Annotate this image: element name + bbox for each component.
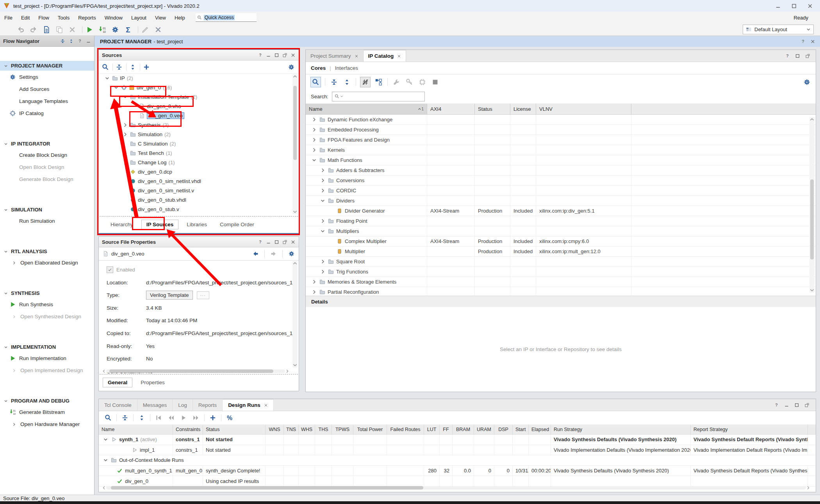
ip-catalog-row-math-functions[interactable]: Math Functions	[306, 155, 816, 165]
sources-tree-item-div-gen-0-vho[interactable]: div_gen_0.vho	[100, 101, 292, 111]
stop-icon[interactable]	[430, 77, 440, 87]
properties-hscrollbar[interactable]	[102, 369, 289, 374]
help-icon[interactable]: ?	[774, 403, 779, 408]
undo-icon[interactable]	[17, 26, 25, 34]
subtab-interfaces[interactable]: Interfaces	[335, 65, 358, 71]
chevron-down-icon[interactable]	[103, 457, 109, 463]
runs-column-run-strategy[interactable]: Run Strategy	[551, 425, 691, 434]
expand-all-icon[interactable]	[138, 414, 145, 421]
sources-tree-item-c-simulation[interactable]: C Simulation(2)	[100, 139, 292, 148]
layout-selector[interactable]: Default Layout	[743, 25, 814, 34]
editor-tab-project-summary[interactable]: Project Summary	[306, 50, 364, 62]
collapse-all-icon[interactable]	[121, 414, 128, 421]
tab-ip-sources[interactable]: IP Sources	[141, 220, 179, 229]
percent-icon[interactable]: %	[226, 414, 233, 421]
close-panel-icon[interactable]	[291, 240, 296, 245]
runs-column-name[interactable]: Name	[99, 425, 173, 434]
group-by-repository-icon[interactable]	[374, 77, 383, 87]
chevron-right-icon[interactable]	[320, 218, 326, 224]
minimize-panel-icon[interactable]	[86, 39, 91, 44]
column-header-name[interactable]: Name1	[306, 104, 427, 114]
design-run-row-mult-gen-0-synth-1[interactable]: mult_gen_0_synth_1mult_gen_0synth_design…	[99, 466, 816, 476]
sources-tree-item-div-gen-0-sim-netlist-v[interactable]: div_gen_0_sim_netlist.v	[100, 186, 292, 195]
close-panel-icon[interactable]	[291, 53, 296, 58]
chevron-down-icon[interactable]	[122, 94, 128, 100]
type-browse-button[interactable]: ···	[197, 291, 209, 299]
search-icon[interactable]	[310, 77, 321, 87]
flownav-item-ip-catalog[interactable]: IP Catalog	[0, 108, 94, 118]
ip-settings-icon[interactable]	[417, 77, 427, 87]
ip-catalog-row-dividers[interactable]: Dividers	[306, 196, 816, 206]
ip-catalog-row-multiplier[interactable]: MultiplierProductionIncludedxilinx.com:i…	[306, 247, 816, 257]
scroll-down-icon[interactable]	[809, 287, 815, 293]
ip-catalog-row-conversions[interactable]: Conversions	[306, 176, 816, 186]
settings-gear-icon[interactable]	[111, 26, 119, 34]
flownav-item-run-implementation[interactable]: Run Implementation	[0, 353, 94, 363]
back-arrow-icon[interactable]	[252, 250, 259, 257]
runs-column-tns[interactable]: TNS	[284, 425, 299, 434]
fast-forward-icon[interactable]	[193, 414, 200, 421]
ip-catalog-row-kernels[interactable]: Kernels	[306, 145, 816, 155]
chevron-right-icon[interactable]	[320, 188, 326, 193]
customize-ip-icon[interactable]	[392, 77, 401, 87]
ip-catalog-row-divider-generator[interactable]: Divider GeneratorAXI4-StreamProductionIn…	[306, 206, 816, 216]
help-icon[interactable]: ?	[77, 39, 82, 44]
chevron-right-icon[interactable]	[122, 150, 128, 156]
scroll-right-icon[interactable]	[806, 486, 810, 490]
chevron-right-icon[interactable]	[311, 147, 317, 153]
ip-catalog-row-cordic[interactable]: CORDIC	[306, 186, 816, 196]
column-header-axi4[interactable]: AXI4	[427, 104, 475, 114]
menu-edit[interactable]: Edit	[17, 12, 34, 23]
scroll-up-icon[interactable]	[292, 261, 298, 266]
runs-column-failed-routes[interactable]: Failed Routes	[387, 425, 424, 434]
properties-scrollbar[interactable]	[292, 261, 298, 367]
column-header-vlnv[interactable]: VLNV	[536, 104, 631, 114]
help-icon[interactable]: ?	[258, 53, 263, 58]
sources-tree-item-test-bench[interactable]: Test Bench(1)	[100, 148, 292, 158]
ip-catalog-row-complex-multiplier[interactable]: Complex MultiplierAXI4-StreamProductionI…	[306, 236, 816, 247]
maximize-panel-icon[interactable]	[794, 403, 799, 408]
fast-back-icon[interactable]	[168, 414, 175, 421]
chevron-right-icon[interactable]	[122, 131, 128, 137]
delete-icon[interactable]	[68, 26, 76, 34]
sources-tree-item-change-log[interactable]: Change Log(1)	[100, 158, 292, 167]
chevron-right-icon[interactable]	[311, 289, 317, 295]
flownav-item-generate-bitstream[interactable]: 0110Generate Bitstream	[0, 407, 94, 417]
scroll-up-icon[interactable]	[809, 117, 815, 122]
scroll-up-icon[interactable]	[292, 74, 298, 79]
enabled-checkbox[interactable]	[107, 266, 113, 273]
ip-catalog-row-embedded-processing[interactable]: Embedded Processing	[306, 125, 816, 135]
chevron-down-icon[interactable]	[103, 437, 109, 442]
collapse-all-icon[interactable]	[329, 77, 339, 87]
runs-column-wns[interactable]: WNS	[266, 425, 284, 434]
runs-column-whs[interactable]: WHS	[299, 425, 315, 434]
flownav-item-run-simulation[interactable]: Run Simulation	[0, 216, 94, 226]
results-tab-tcl-console[interactable]: Tcl Console	[99, 399, 137, 411]
collapse-all-icon[interactable]	[116, 64, 123, 71]
ip-catalog-row-trig-functions[interactable]: Trig Functions	[306, 267, 816, 277]
scroll-left-icon[interactable]	[102, 486, 106, 490]
report-sigma-icon[interactable]: Σ	[124, 26, 132, 34]
sources-tree-item-ip[interactable]: IP(2)	[100, 73, 292, 83]
menu-layout[interactable]: Layout	[127, 12, 151, 23]
ip-catalog-scrollbar[interactable]	[809, 117, 815, 293]
runs-column-ths[interactable]: THS	[315, 425, 332, 434]
flownav-item-add-sources[interactable]: Add Sources	[0, 84, 94, 94]
help-icon[interactable]: ?	[785, 53, 790, 59]
tab-hierarchy[interactable]: Hierarchy	[106, 220, 138, 229]
ip-catalog-row-floating-point[interactable]: Floating Point	[306, 216, 816, 226]
search-icon[interactable]	[102, 64, 109, 71]
marker-pen-icon[interactable]	[141, 26, 149, 34]
generate-bitstream-icon[interactable]: 0110	[98, 26, 106, 34]
chevron-right-icon[interactable]	[320, 269, 326, 275]
flownav-section-project-manager[interactable]: PROJECT MANAGER	[0, 61, 94, 71]
copy-icon[interactable]	[55, 26, 63, 34]
chevron-down-icon[interactable]	[104, 75, 110, 81]
taxonomy-filter-icon[interactable]	[360, 77, 371, 87]
menu-file[interactable]: File	[0, 12, 17, 23]
collapse-all-icon[interactable]	[60, 39, 65, 44]
design-run-row-synth-1[interactable]: synth_1(active)constrs_1Not startedVivad…	[99, 435, 816, 445]
tab-properties[interactable]: Properties	[136, 378, 169, 387]
settings-gear-icon[interactable]	[288, 64, 295, 71]
run-icon[interactable]	[86, 26, 93, 34]
